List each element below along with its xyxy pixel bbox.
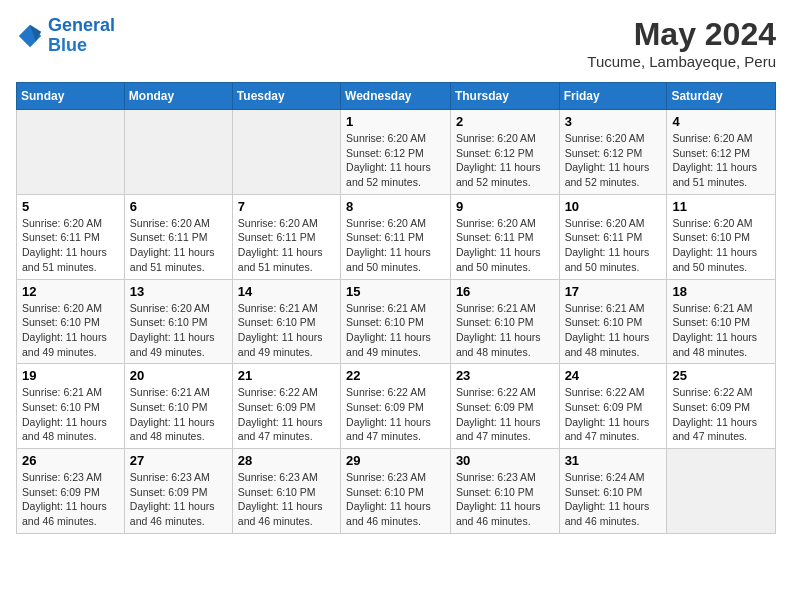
calendar-cell: 11Sunrise: 6:20 AM Sunset: 6:10 PM Dayli… (667, 194, 776, 279)
calendar-cell: 26Sunrise: 6:23 AM Sunset: 6:09 PM Dayli… (17, 449, 125, 534)
calendar-cell: 17Sunrise: 6:21 AM Sunset: 6:10 PM Dayli… (559, 279, 667, 364)
day-number: 7 (238, 199, 335, 214)
day-info: Sunrise: 6:20 AM Sunset: 6:11 PM Dayligh… (22, 216, 119, 275)
calendar-table: SundayMondayTuesdayWednesdayThursdayFrid… (16, 82, 776, 534)
day-info: Sunrise: 6:22 AM Sunset: 6:09 PM Dayligh… (346, 385, 445, 444)
calendar-cell: 2Sunrise: 6:20 AM Sunset: 6:12 PM Daylig… (450, 110, 559, 195)
calendar-cell: 1Sunrise: 6:20 AM Sunset: 6:12 PM Daylig… (341, 110, 451, 195)
day-number: 8 (346, 199, 445, 214)
day-info: Sunrise: 6:21 AM Sunset: 6:10 PM Dayligh… (672, 301, 770, 360)
day-info: Sunrise: 6:23 AM Sunset: 6:10 PM Dayligh… (346, 470, 445, 529)
logo-text: General Blue (48, 16, 115, 56)
calendar-cell: 3Sunrise: 6:20 AM Sunset: 6:12 PM Daylig… (559, 110, 667, 195)
day-number: 12 (22, 284, 119, 299)
calendar-cell: 6Sunrise: 6:20 AM Sunset: 6:11 PM Daylig… (124, 194, 232, 279)
day-number: 15 (346, 284, 445, 299)
title-block: May 2024 Tucume, Lambayeque, Peru (587, 16, 776, 70)
day-info: Sunrise: 6:21 AM Sunset: 6:10 PM Dayligh… (565, 301, 662, 360)
day-number: 16 (456, 284, 554, 299)
calendar-cell: 18Sunrise: 6:21 AM Sunset: 6:10 PM Dayli… (667, 279, 776, 364)
day-number: 5 (22, 199, 119, 214)
day-info: Sunrise: 6:23 AM Sunset: 6:09 PM Dayligh… (130, 470, 227, 529)
calendar-cell: 10Sunrise: 6:20 AM Sunset: 6:11 PM Dayli… (559, 194, 667, 279)
calendar-cell: 16Sunrise: 6:21 AM Sunset: 6:10 PM Dayli… (450, 279, 559, 364)
calendar-cell: 27Sunrise: 6:23 AM Sunset: 6:09 PM Dayli… (124, 449, 232, 534)
calendar-cell: 23Sunrise: 6:22 AM Sunset: 6:09 PM Dayli… (450, 364, 559, 449)
day-info: Sunrise: 6:20 AM Sunset: 6:12 PM Dayligh… (456, 131, 554, 190)
day-header-friday: Friday (559, 83, 667, 110)
day-number: 3 (565, 114, 662, 129)
day-number: 29 (346, 453, 445, 468)
day-number: 30 (456, 453, 554, 468)
day-number: 24 (565, 368, 662, 383)
day-info: Sunrise: 6:22 AM Sunset: 6:09 PM Dayligh… (238, 385, 335, 444)
day-info: Sunrise: 6:21 AM Sunset: 6:10 PM Dayligh… (22, 385, 119, 444)
day-number: 14 (238, 284, 335, 299)
calendar-week-1: 1Sunrise: 6:20 AM Sunset: 6:12 PM Daylig… (17, 110, 776, 195)
day-info: Sunrise: 6:23 AM Sunset: 6:09 PM Dayligh… (22, 470, 119, 529)
day-header-tuesday: Tuesday (232, 83, 340, 110)
day-number: 28 (238, 453, 335, 468)
day-number: 18 (672, 284, 770, 299)
calendar-cell: 20Sunrise: 6:21 AM Sunset: 6:10 PM Dayli… (124, 364, 232, 449)
day-number: 9 (456, 199, 554, 214)
calendar-cell: 29Sunrise: 6:23 AM Sunset: 6:10 PM Dayli… (341, 449, 451, 534)
day-number: 31 (565, 453, 662, 468)
location-title: Tucume, Lambayeque, Peru (587, 53, 776, 70)
day-number: 27 (130, 453, 227, 468)
calendar-cell: 24Sunrise: 6:22 AM Sunset: 6:09 PM Dayli… (559, 364, 667, 449)
day-number: 21 (238, 368, 335, 383)
day-info: Sunrise: 6:21 AM Sunset: 6:10 PM Dayligh… (456, 301, 554, 360)
calendar-cell (124, 110, 232, 195)
day-number: 19 (22, 368, 119, 383)
calendar-cell: 8Sunrise: 6:20 AM Sunset: 6:11 PM Daylig… (341, 194, 451, 279)
day-header-monday: Monday (124, 83, 232, 110)
day-number: 17 (565, 284, 662, 299)
day-info: Sunrise: 6:22 AM Sunset: 6:09 PM Dayligh… (672, 385, 770, 444)
calendar-cell (667, 449, 776, 534)
calendar-week-2: 5Sunrise: 6:20 AM Sunset: 6:11 PM Daylig… (17, 194, 776, 279)
day-info: Sunrise: 6:20 AM Sunset: 6:11 PM Dayligh… (456, 216, 554, 275)
day-info: Sunrise: 6:22 AM Sunset: 6:09 PM Dayligh… (565, 385, 662, 444)
calendar-cell (17, 110, 125, 195)
calendar-cell: 25Sunrise: 6:22 AM Sunset: 6:09 PM Dayli… (667, 364, 776, 449)
calendar-cell: 21Sunrise: 6:22 AM Sunset: 6:09 PM Dayli… (232, 364, 340, 449)
days-header-row: SundayMondayTuesdayWednesdayThursdayFrid… (17, 83, 776, 110)
day-number: 10 (565, 199, 662, 214)
day-number: 4 (672, 114, 770, 129)
day-number: 11 (672, 199, 770, 214)
month-title: May 2024 (587, 16, 776, 53)
day-header-saturday: Saturday (667, 83, 776, 110)
day-number: 22 (346, 368, 445, 383)
day-number: 2 (456, 114, 554, 129)
day-header-wednesday: Wednesday (341, 83, 451, 110)
calendar-cell: 9Sunrise: 6:20 AM Sunset: 6:11 PM Daylig… (450, 194, 559, 279)
day-info: Sunrise: 6:20 AM Sunset: 6:10 PM Dayligh… (672, 216, 770, 275)
day-info: Sunrise: 6:21 AM Sunset: 6:10 PM Dayligh… (346, 301, 445, 360)
calendar-cell: 31Sunrise: 6:24 AM Sunset: 6:10 PM Dayli… (559, 449, 667, 534)
logo-blue: Blue (48, 35, 87, 55)
calendar-cell: 4Sunrise: 6:20 AM Sunset: 6:12 PM Daylig… (667, 110, 776, 195)
day-info: Sunrise: 6:23 AM Sunset: 6:10 PM Dayligh… (238, 470, 335, 529)
logo-icon (16, 22, 44, 50)
day-number: 26 (22, 453, 119, 468)
day-info: Sunrise: 6:21 AM Sunset: 6:10 PM Dayligh… (130, 385, 227, 444)
day-info: Sunrise: 6:20 AM Sunset: 6:11 PM Dayligh… (238, 216, 335, 275)
day-number: 20 (130, 368, 227, 383)
calendar-cell: 28Sunrise: 6:23 AM Sunset: 6:10 PM Dayli… (232, 449, 340, 534)
calendar-cell: 7Sunrise: 6:20 AM Sunset: 6:11 PM Daylig… (232, 194, 340, 279)
day-info: Sunrise: 6:24 AM Sunset: 6:10 PM Dayligh… (565, 470, 662, 529)
day-number: 13 (130, 284, 227, 299)
calendar-cell: 30Sunrise: 6:23 AM Sunset: 6:10 PM Dayli… (450, 449, 559, 534)
day-info: Sunrise: 6:20 AM Sunset: 6:11 PM Dayligh… (346, 216, 445, 275)
day-number: 25 (672, 368, 770, 383)
day-info: Sunrise: 6:20 AM Sunset: 6:11 PM Dayligh… (130, 216, 227, 275)
day-number: 23 (456, 368, 554, 383)
day-info: Sunrise: 6:20 AM Sunset: 6:12 PM Dayligh… (672, 131, 770, 190)
day-info: Sunrise: 6:20 AM Sunset: 6:10 PM Dayligh… (22, 301, 119, 360)
calendar-cell: 22Sunrise: 6:22 AM Sunset: 6:09 PM Dayli… (341, 364, 451, 449)
day-number: 1 (346, 114, 445, 129)
day-info: Sunrise: 6:22 AM Sunset: 6:09 PM Dayligh… (456, 385, 554, 444)
calendar-week-3: 12Sunrise: 6:20 AM Sunset: 6:10 PM Dayli… (17, 279, 776, 364)
day-info: Sunrise: 6:20 AM Sunset: 6:12 PM Dayligh… (346, 131, 445, 190)
